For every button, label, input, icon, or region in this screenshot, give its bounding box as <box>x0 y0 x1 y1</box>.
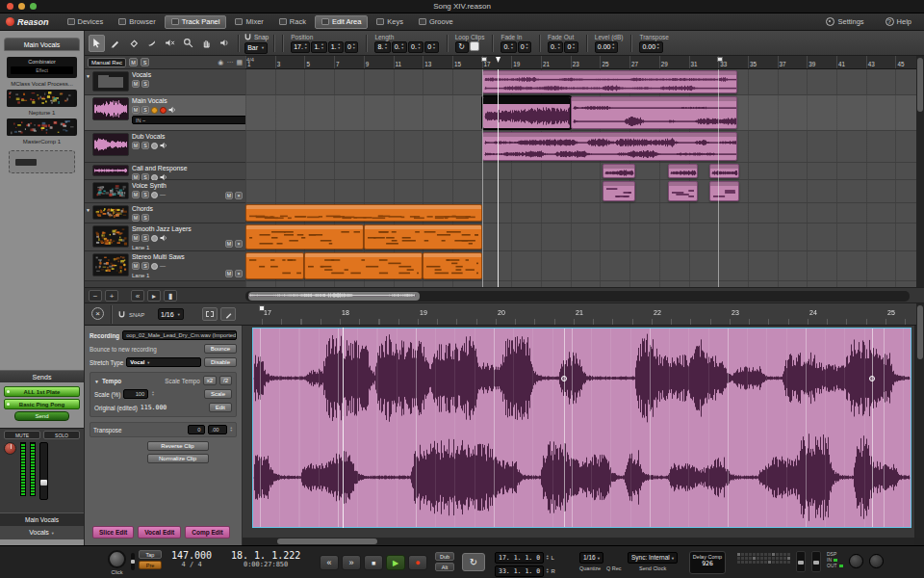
neptune-device[interactable] <box>7 90 77 107</box>
edit-bar-ruler[interactable]: 171819202122232425 <box>245 303 914 325</box>
arrangement-vscrollbar[interactable] <box>916 56 924 287</box>
speaker-icon[interactable] <box>160 142 167 149</box>
scale-button[interactable]: Scale <box>204 389 232 399</box>
clip-pink-audio[interactable] <box>668 164 698 178</box>
speaker-icon[interactable] <box>168 106 176 114</box>
track-solo-button[interactable]: S <box>141 142 149 149</box>
track-mute-button[interactable]: M <box>132 106 140 114</box>
clip-pink-midi[interactable] <box>709 181 739 201</box>
loop-end-stepper[interactable] <box>546 568 549 575</box>
tempo-div2-button[interactable]: /2 <box>219 376 232 385</box>
monitor-toggle-icon[interactable] <box>151 143 158 149</box>
folder-collapse-icon[interactable] <box>86 71 90 80</box>
monitor-toggle-icon[interactable] <box>151 107 158 114</box>
record-arm-icon[interactable] <box>160 107 167 114</box>
combinator-device[interactable]: Combinator Effect <box>7 57 77 78</box>
monitor-toggle-icon[interactable] <box>151 263 158 270</box>
track-mute-button[interactable]: M <box>132 191 140 198</box>
edit-vscrollbar[interactable] <box>916 303 924 538</box>
loop-start-value[interactable]: 17. 1. 1. 0 <box>495 552 544 564</box>
clip-orange-midi[interactable] <box>364 224 482 250</box>
transpose-value[interactable]: 0 <box>188 425 205 434</box>
waveform-edit-pane[interactable] <box>243 326 914 538</box>
monitor-toggle-icon[interactable] <box>151 192 158 198</box>
alt-button[interactable]: Alt <box>435 563 454 571</box>
loop-start-marker[interactable] <box>481 57 487 62</box>
settings-button[interactable]: Settings <box>819 15 870 29</box>
tempo-x2-button[interactable]: x2 <box>203 376 217 385</box>
mute-button[interactable]: MUTE <box>4 431 40 439</box>
quantize-value-dropdown[interactable]: 1/16 <box>579 552 603 564</box>
position-value[interactable]: 18. 1. 1.222 <box>231 550 300 561</box>
track-solo-button[interactable]: S <box>141 191 149 198</box>
tool-arrow-icon[interactable] <box>89 35 105 52</box>
audio-input-selector[interactable]: IN ~ <box>132 116 245 124</box>
send-clock-toggle[interactable]: Send Clock <box>639 565 666 571</box>
track-mute-button[interactable]: M <box>132 142 140 149</box>
bar-ruler[interactable]: 4/41357911131517192123252729313335373941… <box>245 56 916 69</box>
track-mute-button[interactable]: M <box>132 234 140 242</box>
manual-rec-button[interactable]: Manual Rec <box>88 58 126 67</box>
comp-cut-line[interactable] <box>564 328 565 527</box>
clip-pink-audio[interactable] <box>603 164 635 178</box>
edit-grid-dropdown[interactable]: 1/16 <box>158 308 184 320</box>
song-overview-scrollbar[interactable] <box>245 291 910 302</box>
dub-button[interactable]: Dub <box>435 552 454 561</box>
qrec-toggle[interactable]: Q Rec <box>606 565 622 571</box>
empty-effect-slot[interactable] <box>9 150 75 173</box>
tool-hand-icon[interactable] <box>198 35 215 52</box>
menu-item-keys[interactable]: Keys <box>370 15 410 29</box>
edit-pencil-icon[interactable] <box>220 307 236 321</box>
tool-eraser-icon[interactable] <box>125 35 141 52</box>
clip-pink-midi[interactable] <box>668 181 698 201</box>
menu-item-edit-area[interactable]: Edit Area <box>315 15 368 29</box>
value-box[interactable]: 1. <box>328 41 344 53</box>
lane-mute-button[interactable]: M <box>225 270 233 277</box>
close-edit-icon[interactable]: × <box>91 307 104 320</box>
track-mute-button[interactable]: M <box>132 262 140 270</box>
track-solo-button[interactable]: S <box>141 80 149 88</box>
record-button[interactable] <box>408 555 427 570</box>
volume-fader[interactable] <box>39 442 48 500</box>
value-box[interactable]: 0 <box>564 41 578 53</box>
edit-hscrollbar[interactable] <box>243 538 914 545</box>
tap-button[interactable]: Tap <box>139 550 162 559</box>
value-box[interactable]: 0 <box>345 41 358 53</box>
lane-delete-button[interactable]: × <box>235 270 243 277</box>
pan-knob[interactable] <box>4 442 16 455</box>
menu-item-mixer[interactable]: Mixer <box>228 15 270 29</box>
mastercomp-device[interactable] <box>7 118 77 136</box>
clip-orange-midi[interactable] <box>423 252 481 279</box>
play-button[interactable] <box>386 555 405 570</box>
loop-end-marker[interactable] <box>717 57 723 62</box>
send-slot-2[interactable]: Basic Ping Pong <box>4 399 80 409</box>
menu-item-devices[interactable]: Devices <box>61 15 111 29</box>
slice-edit-button[interactable]: Slice Edit <box>92 526 134 539</box>
value-box[interactable]: 0. <box>408 41 424 53</box>
master-mute-button[interactable]: M <box>129 58 138 66</box>
record-mode-icon[interactable]: ◉ <box>218 59 223 66</box>
monitor-toggle-icon[interactable] <box>151 235 158 242</box>
track-row-dub-vocals[interactable]: Dub VocalsMS <box>85 131 245 163</box>
lane-mute-button[interactable]: M <box>225 240 233 248</box>
speaker-icon[interactable] <box>160 234 167 242</box>
comp-edit-button[interactable]: Comp Edit <box>185 526 230 539</box>
zoom-out-icon[interactable]: − <box>89 290 102 302</box>
menu-item-browser[interactable]: Browser <box>112 15 163 29</box>
tool-speaker-icon[interactable] <box>217 35 233 52</box>
track-solo-button[interactable]: S <box>141 214 149 222</box>
track-row-voice-synth[interactable]: Voice SynthMS—M× <box>85 180 245 203</box>
master-solo-button[interactable]: S <box>141 58 149 66</box>
track-row-chords[interactable]: ChordsMS <box>85 203 245 223</box>
menu-item-groove[interactable]: Groove <box>412 15 460 29</box>
track-selector-dropdown[interactable]: Vocals <box>0 526 84 539</box>
clip-pink-midi[interactable] <box>603 181 635 201</box>
track-row-vocals[interactable]: VocalsMS <box>85 69 245 95</box>
comp-cut-handle[interactable] <box>869 376 875 381</box>
clip-orange-midi[interactable] <box>304 252 423 279</box>
marquee-tool-icon[interactable] <box>202 307 218 321</box>
send-button[interactable]: Send <box>14 411 69 421</box>
track-mute-button[interactable]: M <box>132 214 140 222</box>
solo-button[interactable]: SOLO <box>43 431 80 439</box>
value-box[interactable]: 0. <box>500 41 516 53</box>
